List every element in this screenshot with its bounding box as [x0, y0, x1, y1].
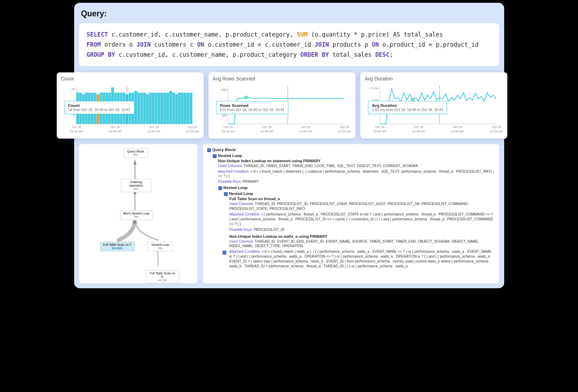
fn-sum: SUM [297, 31, 307, 38]
svg-text:Oct 18: Oct 18 [71, 125, 81, 129]
svg-rect-44 [169, 91, 172, 124]
tree-node-title: Full Table Scan on thread_a [229, 197, 495, 201]
node-query-block[interactable]: Query Block 0% [124, 148, 148, 158]
collapse-icon[interactable]: − [213, 154, 217, 158]
svg-text:Oct 18: Oct 18 [340, 125, 349, 129]
svg-text:Oct 18: Oct 18 [188, 125, 197, 129]
svg-text:Oct 18: Oct 18 [110, 125, 120, 129]
dashboard-panel: Query: SELECT c.customer_id, c.customer_… [74, 3, 504, 288]
svg-text:1.5 ms: 1.5 ms [369, 86, 379, 90]
kw-desc: DESC [375, 51, 390, 58]
plan-diagram[interactable]: Query Block 0% Ordering Operation 0% Blo… [79, 144, 197, 283]
kw-orderby: ORDER BY [300, 51, 329, 58]
svg-rect-43 [166, 93, 169, 124]
svg-rect-34 [140, 93, 143, 124]
collapse-icon[interactable]: − [222, 251, 226, 254]
tree-node[interactable]: Nested Loop [218, 154, 242, 158]
svg-text:10:45 am: 10:45 am [260, 130, 274, 133]
kw-on: ON [197, 41, 204, 48]
tree-node[interactable]: Nested Loop [224, 186, 248, 190]
node-full-scan-e[interactable]: Full Table Scan on E <0.1% [146, 270, 179, 283]
svg-rect-35 [143, 93, 146, 124]
svg-text:11:00 am: 11:00 am [299, 130, 312, 133]
svg-text:Oct 18: Oct 18 [301, 125, 310, 129]
svg-rect-42 [163, 93, 166, 124]
svg-text:10:30 am: 10:30 am [70, 130, 83, 133]
svg-rect-46 [175, 94, 178, 124]
query-section-title: Query: [81, 9, 499, 18]
svg-text:10:30 am: 10:30 am [221, 130, 235, 133]
svg-rect-38 [152, 93, 155, 124]
node-full-scan-t[interactable]: Full Table Scan on T 98.45% [100, 242, 135, 251]
svg-rect-48 [181, 93, 183, 124]
svg-text:Oct 18: Oct 18 [224, 125, 233, 129]
collapse-icon[interactable]: − [218, 186, 222, 190]
svg-text:10:30 am: 10:30 am [374, 130, 387, 133]
svg-marker-82 [133, 160, 136, 164]
tree-node-title: Non-Unique Index Lookup on statement usi… [218, 159, 495, 163]
svg-text:Oct 18: Oct 18 [149, 125, 158, 129]
node-block-nested-loop[interactable]: Block Nested Loop 0% [120, 210, 153, 220]
svg-rect-36 [146, 94, 149, 124]
svg-rect-50 [187, 93, 189, 124]
svg-text:10:45 am: 10:45 am [108, 130, 122, 133]
node-ordering[interactable]: Ordering Operation 0% [121, 179, 151, 192]
svg-point-80 [412, 98, 414, 101]
svg-rect-51 [189, 93, 192, 124]
svg-text:Oct 18: Oct 18 [453, 125, 462, 129]
chart-avg-duration[interactable]: Avg Duration 1 ms1.5 msOct 1810:30 amOct… [360, 72, 507, 139]
chart-count[interactable]: Count 520Oct 1810:30 amOct 1810:45 amOct… [57, 72, 204, 139]
svg-rect-39 [155, 93, 157, 124]
svg-rect-32 [134, 91, 137, 124]
svg-rect-45 [172, 93, 175, 124]
svg-text:20: 20 [71, 87, 75, 91]
svg-rect-41 [161, 93, 163, 124]
svg-text:Oct 18: Oct 18 [492, 125, 501, 129]
kw-select: SELECT [87, 31, 108, 38]
svg-rect-49 [184, 93, 187, 124]
svg-text:11:15 am: 11:15 am [490, 130, 503, 133]
query-card: SELECT c.customer_id, c.customer_name, p… [79, 23, 499, 66]
collapse-icon[interactable]: − [207, 148, 211, 152]
kw-join: JOIN [136, 41, 151, 48]
svg-text:Oct 18: Oct 18 [414, 125, 423, 129]
kw-join: JOIN [315, 41, 329, 48]
svg-text:11:15 am: 11:15 am [186, 130, 199, 133]
svg-text:Oct 18: Oct 18 [375, 125, 385, 129]
tree-node[interactable]: Nested Loop [229, 191, 253, 196]
plan-tree[interactable]: − Query Block − Nested Loop Non-Unique I… [203, 144, 499, 283]
svg-text:200: 200 [221, 113, 227, 117]
chart-tooltip: Count18 from Oct 18, 10:40 to Oct 18, 10… [64, 101, 134, 114]
chart-title: Count [61, 76, 200, 81]
svg-text:11:00 am: 11:00 am [451, 130, 464, 133]
collapse-icon[interactable]: − [224, 192, 228, 196]
svg-rect-33 [137, 93, 140, 124]
kw-groupby: GROUP BY [87, 51, 115, 58]
svg-text:10:45 am: 10:45 am [412, 130, 425, 133]
chart-title: Avg Rows Scanned [213, 76, 351, 81]
svg-rect-40 [157, 93, 160, 124]
sql-text: SELECT c.customer_id, c.customer_name, p… [87, 30, 492, 60]
kw-on: ON [372, 41, 379, 48]
svg-text:11:15 am: 11:15 am [338, 130, 351, 133]
svg-text:Oct 18: Oct 18 [262, 125, 272, 129]
charts-row: Count 520Oct 1810:30 amOct 1810:45 amOct… [57, 72, 508, 139]
svg-rect-37 [149, 93, 151, 124]
tree-node[interactable]: Query Block [212, 148, 236, 152]
chart-tooltip: Rows Scanned621 from Oct 18, 10:40 to Oc… [216, 101, 288, 114]
kw-from: FROM [87, 41, 101, 48]
chart-title: Avg Duration [365, 76, 503, 81]
svg-text:11:00 am: 11:00 am [147, 130, 161, 133]
node-nested-loop[interactable]: Nested Loop 0% [148, 242, 173, 251]
chart-tooltip: Avg Duration1.02 ms from Oct 18, 10:40 t… [368, 101, 447, 114]
svg-text:800: 800 [221, 88, 227, 92]
svg-rect-47 [178, 93, 181, 124]
bottom-row: Query Block 0% Ordering Operation 0% Blo… [79, 144, 499, 283]
tree-node-title: Non-Unique Index Lookup on waits_a using… [229, 234, 495, 238]
svg-point-66 [244, 96, 247, 99]
chart-avg-rows-scanned[interactable]: Avg Rows Scanned 200500800Oct 1810:30 am… [209, 72, 356, 139]
